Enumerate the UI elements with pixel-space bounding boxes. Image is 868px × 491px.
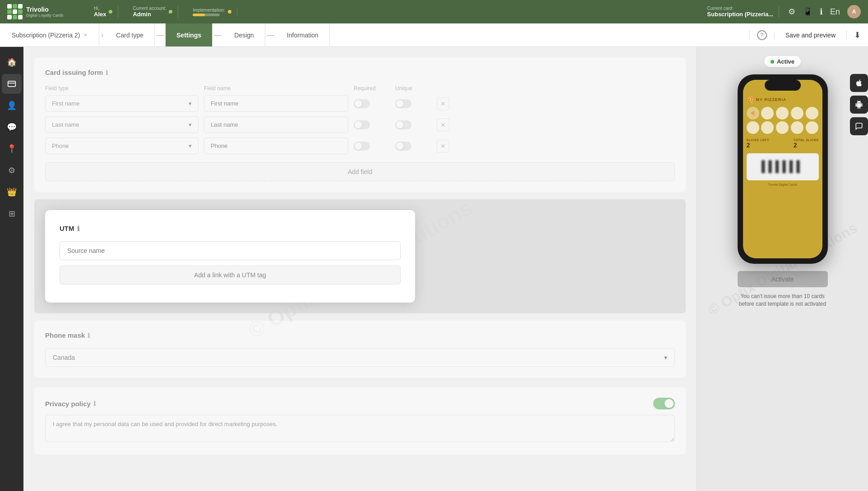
card-value: Subscription (Pizzeria... [707,11,773,18]
tab-settings[interactable]: Settings [166,23,212,46]
main-layout: 🏠 👤 💬 📍 ⚙ 👑 ⊞ © Optix Digital Solutions … [0,47,868,491]
stamp-2 [761,107,774,119]
phone-mask-info-icon[interactable]: ℹ [88,332,90,339]
card-label: Current card: [707,6,773,11]
settings-icon[interactable]: ⚙ [788,7,795,17]
phone-mockup: 🍕 MY PIZZERIA 🍕 [738,74,828,264]
required-toggle-2[interactable] [354,120,370,129]
privacy-info-icon[interactable]: ℹ [93,400,96,407]
chat-icon[interactable] [850,117,868,135]
card-issuing-form-info-icon[interactable]: ℹ [106,69,108,76]
download-button[interactable]: ⬇ [846,30,868,40]
help-button[interactable]: ? [749,30,774,40]
active-badge: Active [764,56,801,67]
impl-label: Implementation: [193,8,225,13]
avatar[interactable]: A [847,5,861,18]
required-toggle-3[interactable] [354,142,370,151]
tab-design[interactable]: Design [223,23,265,46]
sidebar-item-integrations[interactable]: ⊞ [2,204,22,224]
nav-sep-3: — [212,23,223,46]
utm-source-input[interactable] [60,241,401,260]
field-type-select-3[interactable]: Phone ▾ [45,138,199,154]
field-name-input-2[interactable] [204,116,348,133]
account-status-dot [169,10,172,14]
apple-icon[interactable] [850,74,868,92]
download-icon: ⬇ [854,30,861,40]
nav-sep-2: — [155,23,166,46]
utm-info-icon[interactable]: ℹ [77,225,79,232]
stamp-5 [806,107,818,119]
top-right-icons: ⚙ 📱 ℹ En A [788,5,861,18]
required-toggle-1[interactable] [354,99,370,108]
field-name-input-3[interactable] [204,138,348,154]
utm-add-link-button[interactable]: Add a link with a UTM tag [60,266,401,285]
stamp-3 [776,107,789,119]
tab-subscription-label: Subscription (Pizzeria 2) [12,32,80,39]
active-dot [771,60,774,64]
lang-icon[interactable]: En [830,7,840,17]
phone-mask-select[interactable]: Canada ▾ [45,348,675,367]
unique-toggle-3[interactable] [395,142,411,151]
sidebar-item-settings[interactable]: ⚙ [2,161,22,180]
phone-screen: 🍕 MY PIZZERIA 🍕 [743,80,822,258]
tab-information-label: Information [287,32,319,39]
android-icon[interactable] [850,96,868,114]
utm-container: UTM ℹ Add a link with a UTM tag [34,199,686,313]
tab-subscription[interactable]: Subscription (Pizzeria 2) ✕ [0,23,99,46]
field-type-value-2: Last name [52,121,79,128]
sidebar: 🏠 👤 💬 📍 ⚙ 👑 ⊞ [0,47,23,491]
sidebar-item-messages[interactable]: 💬 [2,117,22,137]
current-card-section: Current card: Subscription (Pizzeria... [702,6,779,18]
unique-toggle-2[interactable] [395,120,411,129]
sidebar-item-locations[interactable]: 📍 [2,139,22,159]
privacy-toggle[interactable] [653,398,675,409]
help-icon: ? [757,30,767,40]
utm-modal: UTM ℹ Add a link with a UTM tag [45,210,415,303]
warning-text: You can't issue more than 10 cards befor… [738,293,828,308]
tab-settings-label: Settings [176,32,201,39]
chevron-down-icon-1: ▾ [189,100,192,107]
privacy-text[interactable]: I agree that my personal data can be use… [45,415,675,442]
account-value: Admin [133,11,166,18]
user-status-dot [109,10,112,14]
phone-icon[interactable]: 📱 [803,7,813,17]
tab-information[interactable]: Information [276,23,330,46]
card-issuing-form-title: Card issuing form ℹ [45,69,675,76]
tab-subscription-close[interactable]: ✕ [83,32,87,37]
sidebar-item-home[interactable]: 🏠 [2,52,22,72]
tab-card-type[interactable]: Card type [105,23,155,46]
add-field-button[interactable]: Add field [45,162,675,181]
sidebar-item-users[interactable]: 👤 [2,96,22,115]
stamp-8 [776,121,789,134]
main-content: © Optix Digital Solutions Card issuing f… [23,47,697,491]
sidebar-item-rewards[interactable]: 👑 [2,182,22,202]
phone-notch [765,80,801,91]
account-label: Current account: [133,6,166,11]
implementation-section: Implementation: [187,8,237,16]
field-name-input-1[interactable] [204,95,348,112]
impl-fill [193,14,205,16]
stamp-grid: 🍕 [747,107,819,134]
field-type-select-1[interactable]: First name ▾ [45,95,199,112]
remove-row-1[interactable]: ✕ [437,97,449,110]
activate-button[interactable]: Activate [738,271,828,287]
field-type-select-2[interactable]: Last name ▾ [45,116,199,133]
card-issuing-form-section: Card issuing form ℹ Field type Field nam… [34,58,686,192]
slices-left-stat: SLICES LEFT 2 [747,138,769,149]
form-table-header: Field type Field name Required Unique [45,85,675,92]
save-preview-button[interactable]: Save and preview [774,32,846,39]
pizza-icon: 🍕 [747,96,754,103]
remove-row-2[interactable]: ✕ [437,119,449,131]
chevron-down-icon-2: ▾ [189,121,192,128]
remove-row-3[interactable]: ✕ [437,140,449,152]
unique-toggle-1[interactable] [395,99,411,108]
phone-mask-value: Canada [53,354,75,361]
impl-progress-bar [193,14,220,16]
col-unique: Unique [395,85,431,92]
form-row-1: First name ▾ ✕ [45,95,675,112]
col-actions [437,85,455,92]
sidebar-item-cards[interactable] [2,74,22,94]
info-icon[interactable]: ℹ [820,7,823,17]
phone-platform-icons [850,74,868,135]
privacy-policy-section: Privacy policy ℹ I agree that my persona… [34,387,686,454]
